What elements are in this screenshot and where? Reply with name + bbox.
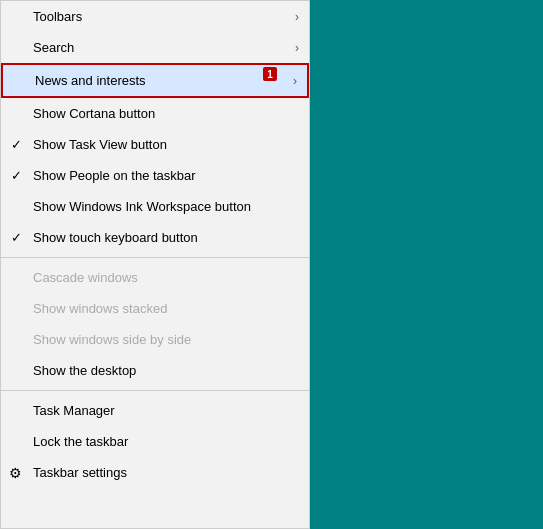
stacked-label: Show windows stacked [33,301,167,316]
menu-item-toolbars[interactable]: Toolbars › [1,1,309,32]
show-people-label: Show People on the taskbar [33,168,196,183]
toolbars-label: Toolbars [33,9,82,24]
search-label: Search [33,40,74,55]
news-and-interests-arrow: › [293,74,297,88]
people-check: ✓ [11,168,22,183]
menu-item-side-by-side[interactable]: Show windows side by side [1,324,309,355]
show-ink-label: Show Windows Ink Workspace button [33,199,251,214]
gear-icon: ⚙ [9,465,22,481]
side-by-side-label: Show windows side by side [33,332,191,347]
touch-check: ✓ [11,230,22,245]
menu-item-news-and-interests[interactable]: News and interests › 1 [1,63,309,98]
show-touch-label: Show touch keyboard button [33,230,198,245]
show-desktop-label: Show the desktop [33,363,136,378]
task-view-check: ✓ [11,137,22,152]
menu-item-show-cortana[interactable]: Show Cortana button [1,98,309,129]
desktop-background: Show icon and text Show icon only ✓ Turn… [310,0,543,529]
lock-taskbar-label: Lock the taskbar [33,434,128,449]
menu-item-stacked[interactable]: Show windows stacked [1,293,309,324]
menu-item-show-touch[interactable]: ✓ Show touch keyboard button [1,222,309,253]
toolbars-arrow: › [295,10,299,24]
menu-item-taskbar-settings[interactable]: ⚙ Taskbar settings [1,457,309,488]
news-and-interests-label: News and interests [35,73,146,88]
show-cortana-label: Show Cortana button [33,106,155,121]
badge-1: 1 [263,67,277,81]
show-task-view-label: Show Task View button [33,137,167,152]
context-menu: Toolbars › Search › News and interests ›… [0,0,310,529]
menu-item-show-people[interactable]: ✓ Show People on the taskbar [1,160,309,191]
divider-2 [1,390,309,391]
menu-item-show-desktop[interactable]: Show the desktop [1,355,309,386]
taskbar-settings-label: Taskbar settings [33,465,127,480]
menu-item-show-ink[interactable]: Show Windows Ink Workspace button [1,191,309,222]
menu-item-task-manager[interactable]: Task Manager [1,395,309,426]
menu-item-lock-taskbar[interactable]: Lock the taskbar [1,426,309,457]
menu-item-cascade[interactable]: Cascade windows [1,262,309,293]
task-manager-label: Task Manager [33,403,115,418]
menu-item-show-task-view[interactable]: ✓ Show Task View button [1,129,309,160]
search-arrow: › [295,41,299,55]
divider-1 [1,257,309,258]
cascade-label: Cascade windows [33,270,138,285]
menu-item-search[interactable]: Search › [1,32,309,63]
